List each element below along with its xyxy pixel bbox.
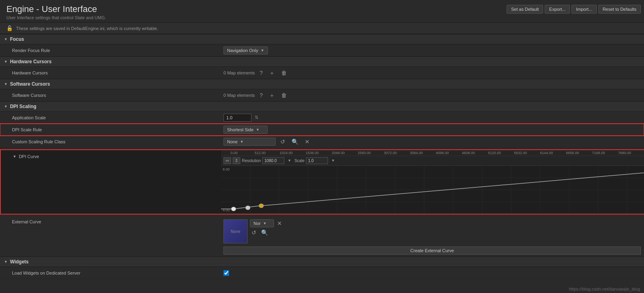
dpi-scaling-section-label: DPI Scaling — [10, 104, 36, 109]
dpi-scale-rule-arrow-icon: ▼ — [256, 128, 260, 132]
hardware-cursors-delete-button[interactable]: 🗑 — [280, 69, 288, 76]
x-label-5120: 5120.00 — [481, 151, 507, 155]
custom-scaling-search-button[interactable]: 🔍 — [290, 138, 300, 145]
software-cursors-section-header[interactable]: ▼ Software Cursors — [0, 79, 644, 89]
custom-scaling-reset-button[interactable]: ↺ — [279, 138, 287, 145]
external-curve-dropdown[interactable]: Nor ▼ — [250, 219, 274, 227]
custom-scaling-dropdown[interactable]: None ▼ — [223, 138, 276, 146]
reset-to-defaults-button[interactable]: Reset to Defaults — [598, 5, 641, 14]
dpi-scaling-section-header[interactable]: ▼ DPI Scaling — [0, 101, 644, 112]
resolution-dropdown-icon[interactable]: ▼ — [286, 158, 293, 163]
application-scale-row: Application Scale ⇅ — [0, 112, 644, 124]
x-label-7680: 7680.00 — [612, 151, 638, 155]
application-scale-spin-icon: ⇅ — [255, 115, 258, 120]
set-as-default-button[interactable]: Set as Default — [507, 5, 543, 14]
dpi-curve-triangle-icon: ▼ — [13, 155, 16, 159]
custom-scaling-row: Custom Scaling Rule Class None ▼ ↺ 🔍 ✕ — [0, 136, 644, 148]
external-curve-reset-button[interactable]: ↺ — [250, 229, 258, 236]
hardware-cursors-add-button[interactable]: ＋ — [268, 69, 276, 76]
hardware-cursors-row: Hardware Cursors 0 Map elements ? ＋ 🗑 — [0, 67, 644, 79]
dpi-curve-area[interactable]: 0.00 512.00 1024.00 1536.00 2048.00 2560… — [221, 150, 644, 214]
hardware-cursors-help-button[interactable]: ? — [258, 69, 264, 76]
x-label-4096: 4096.00 — [429, 151, 455, 155]
x-label-5632: 5632.00 — [507, 151, 533, 155]
dpi-scale-rule-label: DPI Scale Rule — [0, 125, 220, 134]
x-label-7168: 7168.00 — [586, 151, 612, 155]
external-curve-label: External Curve — [0, 216, 220, 227]
hardware-cursors-value: 0 Map elements — [223, 70, 255, 75]
x-label-1024: 1024.00 — [273, 151, 299, 155]
x-label-2560: 2560.00 — [351, 151, 377, 155]
dpi-curve-container: ▼ DPI Curve 0.00 512.00 1024.00 1536.00 … — [0, 149, 644, 215]
lock-icon: 🔓 — [6, 25, 13, 31]
render-focus-rule-dropdown[interactable]: Navigation Only ▼ — [223, 46, 268, 54]
external-curve-dropdown-value: Nor — [254, 221, 261, 226]
software-cursors-label: Software Cursors — [0, 90, 220, 100]
dpi-scale-rule-value: Shortest Side — [227, 127, 254, 132]
focus-section-header[interactable]: ▼ Focus — [0, 34, 644, 44]
y-label-mid-left: 4.00 — [223, 208, 230, 212]
curve-point-1 — [231, 207, 236, 211]
focus-section-label: Focus — [10, 36, 24, 42]
thumbnail-none-label: None — [231, 229, 240, 234]
page-subtitle: User Interface settings that control Sla… — [6, 15, 638, 20]
dpi-curve-svg — [221, 166, 644, 214]
custom-scaling-value: None — [227, 139, 237, 144]
curve-point-2 — [246, 206, 250, 210]
software-cursors-section-label: Software Cursors — [10, 81, 50, 87]
x-label-1536: 1536.00 — [299, 151, 325, 155]
dpi-scale-rule-dropdown[interactable]: Shortest Side ▼ — [223, 126, 268, 134]
render-focus-rule-value: Navigation Only — [227, 48, 258, 53]
x-label-3072: 3072.00 — [377, 151, 403, 155]
resolution-input[interactable] — [262, 157, 284, 164]
export-button[interactable]: Export... — [545, 5, 570, 14]
hardware-cursors-label: Hardware Cursors — [0, 68, 220, 78]
import-button[interactable]: Import... — [572, 5, 596, 14]
custom-scaling-label: Custom Scaling Rule Class — [0, 137, 220, 146]
load-widgets-label: Load Widgets on Dedicated Server — [0, 268, 220, 278]
dpi-curve-graph[interactable]: 8.00 8.00 4.00 4.00 — [221, 166, 644, 214]
x-label-6144: 6144.00 — [533, 151, 559, 155]
external-curve-close-button[interactable]: ✕ — [276, 220, 284, 227]
software-cursors-value: 0 Map elements — [223, 93, 255, 98]
load-widgets-checkbox[interactable] — [223, 270, 229, 276]
render-focus-rule-label: Render Focus Rule — [0, 46, 220, 55]
software-cursors-delete-button[interactable]: 🗑 — [280, 92, 288, 99]
curve-zoom-button[interactable]: ⇕ — [233, 157, 240, 164]
custom-scaling-clear-button[interactable]: ✕ — [303, 138, 311, 145]
dpi-scale-rule-row: DPI Scale Rule Shortest Side ▼ — [0, 124, 644, 136]
x-label-0: 0.00 — [221, 151, 247, 155]
widgets-section-header[interactable]: ▼ Widgets — [0, 257, 644, 267]
create-external-curve-button[interactable]: Create External Curve — [223, 247, 641, 255]
y-label-top-left: 8.00 — [223, 167, 230, 171]
external-curve-dropdown-arrow-icon: ▼ — [263, 221, 267, 225]
x-label-4608: 4608.00 — [455, 151, 481, 155]
curve-pan-button[interactable]: ⇔ — [223, 157, 231, 164]
widgets-triangle-icon: ▼ — [4, 260, 8, 264]
notice-text: These settings are saved in DefaultEngin… — [16, 26, 158, 31]
x-label-2048: 2048.00 — [325, 151, 351, 155]
hardware-cursors-triangle-icon: ▼ — [4, 60, 8, 64]
external-curve-thumbnail: None — [223, 219, 248, 243]
focus-triangle-icon: ▼ — [4, 37, 8, 41]
load-widgets-row: Load Widgets on Dedicated Server — [0, 267, 644, 279]
external-curve-search-button[interactable]: 🔍 — [260, 229, 270, 236]
software-cursors-help-button[interactable]: ? — [258, 92, 264, 99]
scale-input[interactable] — [306, 157, 328, 164]
software-cursors-row: Software Cursors 0 Map elements ? ＋ 🗑 — [0, 89, 644, 101]
external-curve-value: None Nor ▼ ✕ ↺ 🔍 Create E — [220, 216, 644, 256]
external-curve-row: External Curve None Nor ▼ ✕ ↺ — [0, 216, 644, 257]
scale-dropdown-icon[interactable]: ▼ — [330, 158, 336, 163]
software-cursors-triangle-icon: ▼ — [4, 82, 8, 86]
resolution-label: Resolution — [242, 159, 261, 163]
software-cursors-add-button[interactable]: ＋ — [268, 92, 276, 99]
dpi-scaling-triangle-icon: ▼ — [4, 104, 8, 108]
hardware-cursors-section-header[interactable]: ▼ Hardware Cursors — [0, 56, 644, 67]
render-focus-rule-arrow-icon: ▼ — [261, 48, 264, 52]
x-label-6656: 6656.00 — [559, 151, 586, 155]
footer-url: https://blog.csdn.net/tianxiaojie_blog — [569, 287, 640, 291]
scale-label: Scale — [294, 159, 304, 163]
application-scale-label: Application Scale — [0, 113, 220, 122]
dpi-curve-label: DPI Curve — [19, 154, 39, 159]
application-scale-input[interactable] — [223, 114, 252, 122]
